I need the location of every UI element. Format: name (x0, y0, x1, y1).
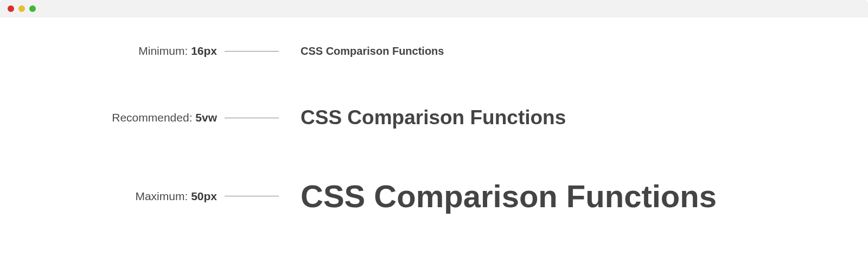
label-value: 50px (191, 190, 217, 202)
connector-line (225, 196, 279, 196)
label-prefix: Minimum: (138, 44, 191, 57)
content-area: Minimum: 16px CSS Comparison Functions R… (0, 17, 868, 214)
label-prefix: Maximum: (135, 190, 191, 202)
connector-line (225, 51, 279, 52)
label-recommended: Recommended: 5vw (0, 111, 217, 124)
label-minimum: Minimum: 16px (0, 44, 217, 57)
window-maximize-icon[interactable] (29, 5, 36, 12)
label-prefix: Recommended: (112, 111, 195, 124)
row-maximum: Maximum: 50px CSS Comparison Functions (0, 178, 868, 214)
sample-text-minimum: CSS Comparison Functions (301, 45, 444, 57)
label-maximum: Maximum: 50px (0, 190, 217, 203)
window-close-icon[interactable] (8, 5, 14, 12)
browser-title-bar (0, 0, 868, 17)
label-value: 16px (191, 44, 217, 57)
row-recommended: Recommended: 5vw CSS Comparison Function… (0, 106, 868, 129)
window-minimize-icon[interactable] (18, 5, 25, 12)
sample-text-maximum: CSS Comparison Functions (301, 178, 717, 214)
sample-text-recommended: CSS Comparison Functions (301, 106, 566, 129)
label-value: 5vw (195, 111, 217, 124)
row-minimum: Minimum: 16px CSS Comparison Functions (0, 44, 868, 57)
connector-line (225, 118, 279, 118)
